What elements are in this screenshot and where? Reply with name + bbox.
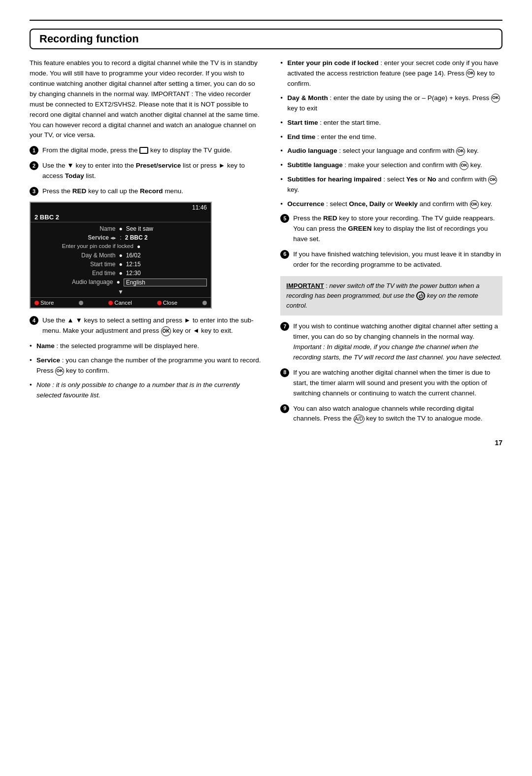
red-dot-store <box>34 301 39 305</box>
section-title: Recording function <box>30 29 502 49</box>
step-2: 2 Use the ▼ key to enter into the Preset… <box>30 161 263 181</box>
tv-name-label: Name <box>34 225 115 232</box>
tv-daymonth-label: Day & Month <box>34 252 115 259</box>
bullets-right: Enter your pin code if locked : enter yo… <box>280 58 502 210</box>
tv-footer-close: Close <box>157 300 177 306</box>
intro-text: This feature enables you to record a dig… <box>30 58 263 141</box>
tv-starttime-label: Start time <box>34 261 115 268</box>
service-arrows-icon: ◂▸ <box>110 235 116 241</box>
step6-list: 6 If you have finished watching televisi… <box>280 249 502 270</box>
grey-dot-end <box>202 301 207 305</box>
tv-pin-dot: ● <box>137 243 140 250</box>
step-8-num: 8 <box>280 368 289 377</box>
tv-guide-icon <box>139 147 148 154</box>
tv-row-name: Name ● See it saw <box>34 224 207 233</box>
step-7: 7 If you wish to continue watching anoth… <box>280 321 502 363</box>
footer-store-label: Store <box>40 300 54 306</box>
tv-row-audio: Audio language ● English <box>34 278 207 287</box>
step-1-text: From the digital mode, press the key to … <box>42 145 232 156</box>
bullet-audio-lang: Audio language : select your language an… <box>280 146 502 156</box>
step-5-text: Press the RED key to store your recordin… <box>293 213 502 245</box>
footer-close-label: Close <box>163 300 177 306</box>
tv-time: 11:46 <box>192 204 207 211</box>
bullet-occurrence: Occurrence : select Once, Daily or Weekl… <box>280 199 502 210</box>
tv-endtime-dot: ● <box>119 270 122 277</box>
tv-audio-dot: ● <box>116 279 120 286</box>
right-column: Enter your pin code if locked : enter yo… <box>280 58 502 429</box>
step-1-num: 1 <box>30 146 38 155</box>
step-3-num: 3 <box>30 187 38 196</box>
top-divider <box>30 20 502 21</box>
tv-screen-footer: Store Cancel Close <box>31 297 211 308</box>
tv-pin-label: Enter your pin code if locked <box>34 243 133 250</box>
grey-dot <box>79 301 83 305</box>
tv-service-value: 2 BBC 2 <box>125 234 207 241</box>
ok-button-service: OK <box>55 367 64 376</box>
step-5: 5 Press the RED key to store your record… <box>280 213 502 245</box>
tv-row-daymonth: Day & Month ● 16/02 <box>34 251 207 260</box>
tv-audio-label: Audio language <box>34 279 113 286</box>
tv-row-pin: Enter your pin code if locked ● <box>34 242 207 251</box>
ok-occurrence: OK <box>470 200 479 209</box>
bullet-start-time: Start time : enter the start time. <box>280 118 502 128</box>
tv-endtime-label: End time <box>34 270 115 277</box>
step-9: 9 You can also watch analogue channels w… <box>280 404 502 424</box>
tv-audio-value: English <box>124 279 207 286</box>
step-6: 6 If you have finished watching televisi… <box>280 249 502 270</box>
step-2-num: 2 <box>30 161 38 170</box>
tv-footer-store: Store <box>34 300 54 306</box>
bullet-hearing-impaired: Subtitles for hearing impaired : select … <box>280 175 502 195</box>
step-6-num: 6 <box>280 250 289 259</box>
bullet-subtitle-lang: Subtitle language : make your selection … <box>280 160 502 171</box>
step-6-text: If you have finished watching television… <box>293 249 502 270</box>
tv-service-dot: : <box>120 234 121 241</box>
tv-service-label: Service ◂▸ <box>34 234 116 241</box>
step4-list: 4 Use the ▲ ▼ keys to select a setting a… <box>30 316 263 336</box>
tv-footer-cancel: Cancel <box>108 300 132 306</box>
step-3: 3 Press the RED key to call up the Recor… <box>30 186 263 197</box>
ok-hearing: OK <box>488 176 497 184</box>
step-7-num: 7 <box>280 322 289 331</box>
page-container: Recording function This feature enables … <box>30 20 502 447</box>
tv-daymonth-value: 16/02 <box>126 252 207 259</box>
ok-audio: OK <box>456 147 465 156</box>
bullet-service: Service : you can change the number of t… <box>30 355 263 376</box>
tv-row-endtime: End time ● 12:30 <box>34 269 207 278</box>
important-box: IMPORTANT : never switch off the TV with… <box>280 276 502 316</box>
bullets-left: Name : the selected programme will be di… <box>30 341 263 401</box>
step-2-text: Use the ▼ key to enter into the Preset/s… <box>42 161 263 181</box>
step7-list: 7 If you wish to continue watching anoth… <box>280 321 502 363</box>
tv-name-value: See it saw <box>126 225 207 232</box>
tv-screen-body: Name ● See it saw Service ◂▸ : 2 BBC 2 <box>31 222 211 297</box>
tv-pin-value <box>144 243 207 250</box>
tv-row-starttime: Start time ● 12:15 <box>34 260 207 269</box>
bullet-name: Name : the selected programme will be di… <box>30 341 263 352</box>
step-4: 4 Use the ▲ ▼ keys to select a setting a… <box>30 316 263 336</box>
tv-starttime-value: 12:15 <box>126 261 207 268</box>
two-col-layout: This feature enables you to record a dig… <box>30 58 502 429</box>
tv-screen-mockup: 11:46 2 BBC 2 Name ● See it saw Serv <box>30 202 212 309</box>
step-3-text: Press the RED key to call up the Record … <box>42 186 183 197</box>
tv-channel-name: 2 BBC 2 <box>31 212 211 222</box>
bullet-note: Note : it is only possible to change to … <box>30 380 263 401</box>
step-8: 8 If you are watching another digital ch… <box>280 368 502 399</box>
page-number: 17 <box>30 439 502 447</box>
important-label: IMPORTANT <box>286 282 324 289</box>
step-1: 1 From the digital mode, press the key t… <box>30 145 263 156</box>
bullet-pin-code: Enter your pin code if locked : enter yo… <box>280 58 502 89</box>
tv-row-service: Service ◂▸ : 2 BBC 2 <box>34 233 207 242</box>
tv-arrow-down: ▼ <box>34 287 207 296</box>
standby-icon: ⏻ <box>416 291 425 300</box>
ok-subtitle: OK <box>460 161 468 170</box>
tv-endtime-value: 12:30 <box>126 270 207 277</box>
steps-list: 1 From the digital mode, press the key t… <box>30 145 263 197</box>
red-dot-cancel <box>108 301 113 305</box>
step9-list: 9 You can also watch analogue channels w… <box>280 404 502 424</box>
step8-list: 8 If you are watching another digital ch… <box>280 368 502 399</box>
ad-icon: A/D <box>354 415 365 423</box>
tv-footer-spacer <box>79 300 83 306</box>
step-8-text: If you are watching another digital chan… <box>293 368 502 399</box>
step5-list: 5 Press the RED key to store your record… <box>280 213 502 245</box>
footer-cancel-label: Cancel <box>114 300 132 306</box>
step-9-text: You can also watch analogue channels whi… <box>293 404 502 424</box>
